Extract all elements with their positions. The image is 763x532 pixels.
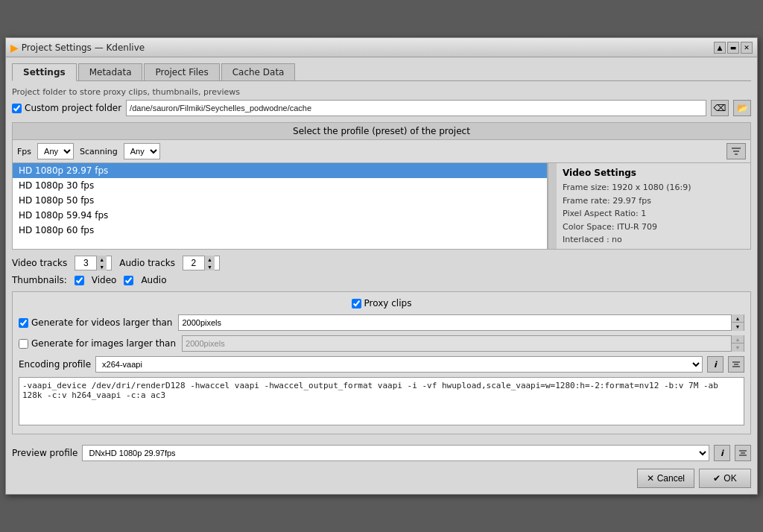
custom-folder-checkbox-label: Custom project folder xyxy=(12,103,121,113)
profile-info: Video Settings Frame size: 1920 x 1080 (… xyxy=(557,163,750,249)
filter-icon xyxy=(731,146,741,156)
thumbnails-audio-checkbox[interactable] xyxy=(124,276,133,285)
main-window: ▶ Project Settings — Kdenlive ▲ ▬ ✕ Sett… xyxy=(5,37,758,495)
bottom-buttons: ✕ Cancel ✔ OK xyxy=(12,469,751,488)
profile-header: Select the profile (preset) of the proje… xyxy=(13,123,750,140)
ok-button[interactable]: ✔ OK xyxy=(699,469,751,488)
frame-rate: Frame rate: 29.97 fps xyxy=(563,194,744,208)
thumbnails-row: Thumbnails: Video Audio xyxy=(12,275,751,285)
maximize-button[interactable]: ▬ xyxy=(727,42,739,54)
proxy-header: Proxy clips xyxy=(19,298,744,308)
browse-folder-button[interactable]: 📂 xyxy=(733,100,751,116)
audio-tracks-up[interactable]: ▲ xyxy=(204,256,215,263)
generate-video-checkbox-label: Generate for videos larger than xyxy=(19,317,172,328)
video-tracks-down[interactable]: ▼ xyxy=(96,263,107,270)
generate-image-arrows: ▲ ▼ xyxy=(731,335,744,352)
cancel-label: Cancel xyxy=(657,473,685,484)
video-tracks-up[interactable]: ▲ xyxy=(96,256,107,263)
window-controls: ▲ ▬ ✕ xyxy=(714,42,753,54)
folder-row: Custom project folder ⌫ 📂 xyxy=(12,100,751,116)
proxy-clips-checkbox[interactable] xyxy=(352,299,361,308)
cancel-button[interactable]: ✕ Cancel xyxy=(637,469,694,488)
frame-size: Frame size: 1920 x 1080 (16:9) xyxy=(563,181,744,194)
profile-controls: Fps Any Scanning Any xyxy=(13,140,750,163)
titlebar: ▶ Project Settings — Kdenlive ▲ ▬ ✕ xyxy=(6,38,757,57)
encoding-settings-button[interactable] xyxy=(728,356,744,373)
scanning-select[interactable]: Any xyxy=(124,143,160,159)
custom-folder-label: Custom project folder xyxy=(25,103,121,113)
close-button[interactable]: ✕ xyxy=(741,42,753,54)
tab-bar: Settings Metadata Project Files Cache Da… xyxy=(12,63,751,81)
audio-tracks-label: Audio tracks xyxy=(119,258,175,268)
generate-image-row: Generate for images larger than ▲ ▼ xyxy=(19,335,744,352)
audio-tracks-spinbox[interactable]: ▲ ▼ xyxy=(183,256,220,270)
tab-settings[interactable]: Settings xyxy=(12,63,77,81)
encoding-row: Encoding profile x264-vaapi i xyxy=(19,356,744,373)
proxy-clips-label: Proxy clips xyxy=(364,298,412,308)
window-content: Settings Metadata Project Files Cache Da… xyxy=(6,57,757,494)
encoding-select[interactable]: x264-vaapi xyxy=(95,356,703,373)
video-settings-title: Video Settings xyxy=(563,168,744,178)
profile-section: Select the profile (preset) of the proje… xyxy=(12,122,751,250)
fps-label: Fps xyxy=(17,147,31,156)
tab-project-files[interactable]: Project Files xyxy=(144,63,219,80)
interlaced: Interlaced : no xyxy=(563,233,744,247)
generate-video-input[interactable] xyxy=(179,317,731,329)
preview-info-icon: i xyxy=(721,449,724,458)
thumbnails-video-label: Video xyxy=(92,275,117,285)
video-tracks-spinbox[interactable]: ▲ ▼ xyxy=(75,256,112,270)
list-item[interactable]: HD 1080p 60 fps xyxy=(13,223,547,238)
proxy-section: Proxy clips Generate for videos larger t… xyxy=(12,291,751,434)
custom-folder-checkbox[interactable] xyxy=(12,104,22,113)
ok-icon: ✔ xyxy=(713,473,721,484)
tab-metadata[interactable]: Metadata xyxy=(78,63,143,80)
generate-video-row: Generate for videos larger than ▲ ▼ xyxy=(19,314,744,331)
generate-video-label: Generate for videos larger than xyxy=(31,317,172,328)
cancel-icon: ✕ xyxy=(647,473,654,484)
generate-video-down[interactable]: ▼ xyxy=(732,323,744,331)
video-tracks-label: Video tracks xyxy=(12,258,67,268)
generate-image-down: ▼ xyxy=(732,343,744,352)
color-space: Color Space: ITU-R 709 xyxy=(563,221,744,234)
preview-label: Preview profile xyxy=(12,448,77,458)
encoding-info-button[interactable]: i xyxy=(707,356,724,373)
preview-select[interactable]: DNxHD 1080p 29.97fps xyxy=(82,445,709,461)
list-item[interactable]: HD 1080p 29.97 fps xyxy=(13,163,547,178)
encoding-command-textarea[interactable]: -vaapi_device /dev/dri/renderD128 -hwacc… xyxy=(19,377,744,425)
clear-path-button[interactable]: ⌫ xyxy=(711,100,729,116)
list-item[interactable]: HD 1080p 59.94 fps xyxy=(13,208,547,223)
list-item[interactable]: HD 1080p 50 fps xyxy=(13,193,547,208)
tracks-row: Video tracks ▲ ▼ Audio tracks ▲ ▼ xyxy=(12,256,751,270)
audio-tracks-down[interactable]: ▼ xyxy=(204,263,215,270)
encoding-label: Encoding profile xyxy=(19,359,91,370)
thumbnails-video-checkbox[interactable] xyxy=(75,276,84,285)
generate-image-checkbox[interactable] xyxy=(19,339,28,349)
folder-path-input[interactable] xyxy=(126,100,706,116)
minimize-button[interactable]: ▲ xyxy=(714,42,726,54)
profile-list[interactable]: HD 1080p 29.97 fps HD 1080p 30 fps HD 10… xyxy=(13,163,548,249)
generate-video-checkbox[interactable] xyxy=(19,318,28,328)
settings-icon xyxy=(732,360,741,369)
audio-tracks-input[interactable] xyxy=(183,258,204,268)
folder-info-text: Project folder to store proxy clips, thu… xyxy=(12,87,751,97)
preview-info-button[interactable]: i xyxy=(714,445,730,461)
profile-body: HD 1080p 29.97 fps HD 1080p 30 fps HD 10… xyxy=(13,163,750,249)
video-tracks-input[interactable] xyxy=(75,258,96,268)
profile-list-scrollbar[interactable] xyxy=(548,163,557,249)
generate-video-spinbox[interactable]: ▲ ▼ xyxy=(178,314,744,331)
thumbnails-audio-label: Audio xyxy=(141,275,166,285)
preview-row: Preview profile DNxHD 1080p 29.97fps i xyxy=(12,440,751,461)
generate-image-label: Generate for images larger than xyxy=(31,338,176,349)
generate-image-spinbox: ▲ ▼ xyxy=(182,335,744,352)
preview-settings-button[interactable] xyxy=(735,445,751,461)
filter-button[interactable] xyxy=(726,143,746,159)
fps-select[interactable]: Any xyxy=(37,143,74,159)
info-icon: i xyxy=(714,360,717,370)
generate-video-up[interactable]: ▲ xyxy=(732,314,744,323)
list-item[interactable]: HD 1080p 30 fps xyxy=(13,178,547,193)
generate-image-checkbox-label: Generate for images larger than xyxy=(19,338,176,349)
generate-image-input xyxy=(183,338,731,349)
audio-tracks-arrows: ▲ ▼ xyxy=(204,256,215,270)
tab-cache-data[interactable]: Cache Data xyxy=(221,63,296,80)
preview-settings-icon xyxy=(738,449,747,457)
